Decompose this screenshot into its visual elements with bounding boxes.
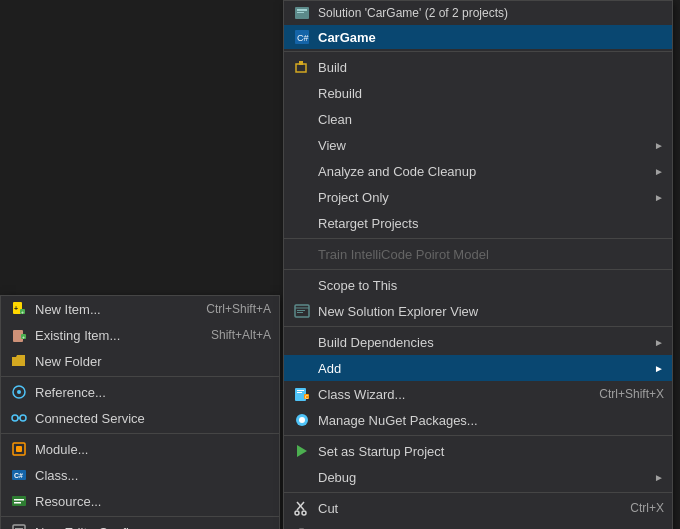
build-dependencies-menu-item[interactable]: Build Dependencies ► — [284, 329, 672, 355]
view-menu-item[interactable]: View ► — [284, 132, 672, 158]
svg-rect-49 — [14, 502, 21, 504]
cargame-label: CarGame — [318, 30, 376, 45]
class-label: Class... — [35, 468, 271, 483]
new-folder-menu-item[interactable]: New Folder — [1, 348, 279, 374]
project-only-menu-item[interactable]: Project Only ► — [284, 184, 672, 210]
add-arrow: ► — [654, 363, 664, 374]
class-menu-item[interactable]: C# Class... — [1, 462, 279, 488]
manage-nuget-label: Manage NuGet Packages... — [318, 413, 664, 428]
view-icon-spacer — [292, 135, 312, 155]
new-item-icon: + + — [9, 299, 29, 319]
svg-rect-9 — [297, 310, 305, 311]
left-separator-1 — [1, 376, 279, 377]
retarget-icon-spacer — [292, 213, 312, 233]
left-separator-2 — [1, 433, 279, 434]
connected-service-icon — [9, 408, 29, 428]
scope-to-this-menu-item[interactable]: Scope to This — [284, 272, 672, 298]
build-label: Build — [318, 60, 664, 75]
resource-menu-item[interactable]: Resource... — [1, 488, 279, 514]
train-icon-spacer — [292, 244, 312, 264]
svg-rect-12 — [297, 390, 304, 391]
module-icon — [9, 439, 29, 459]
build-dependencies-arrow: ► — [654, 337, 664, 348]
project-only-icon-spacer — [292, 187, 312, 207]
new-folder-label: New Folder — [35, 354, 271, 369]
solution-label: Solution 'CarGame' (2 of 2 projects) — [318, 6, 508, 20]
nuget-icon — [292, 410, 312, 430]
build-menu-item[interactable]: Build — [284, 54, 672, 80]
svg-rect-6 — [299, 61, 303, 65]
debug-arrow: ► — [654, 472, 664, 483]
existing-item-icon: + — [9, 325, 29, 345]
rebuild-menu-item[interactable]: Rebuild — [284, 80, 672, 106]
class-icon: C# — [9, 465, 29, 485]
build-dependencies-icon-spacer — [292, 332, 312, 352]
new-item-shortcut: Ctrl+Shift+A — [206, 302, 271, 316]
scope-icon-spacer — [292, 275, 312, 295]
svg-text:+: + — [21, 309, 24, 315]
separator-4 — [284, 435, 672, 436]
resource-label: Resource... — [35, 494, 271, 509]
class-wizard-menu-item[interactable]: C Class Wizard... Ctrl+Shift+X — [284, 381, 672, 407]
solution-icon — [292, 3, 312, 23]
debug-menu-item[interactable]: Debug ► — [284, 464, 672, 490]
right-context-menu: Solution 'CarGame' (2 of 2 projects) C# … — [283, 0, 673, 529]
svg-rect-1 — [297, 9, 307, 11]
svg-text:C#: C# — [297, 33, 309, 43]
add-icon-spacer — [292, 358, 312, 378]
analyze-arrow: ► — [654, 166, 664, 177]
top-separator — [284, 51, 672, 52]
svg-rect-47 — [12, 496, 26, 506]
set-startup-label: Set as Startup Project — [318, 444, 664, 459]
reference-menu-item[interactable]: Reference... — [1, 379, 279, 405]
cut-menu-item[interactable]: Cut Ctrl+X — [284, 495, 672, 521]
new-solution-explorer-label: New Solution Explorer View — [318, 304, 664, 319]
svg-point-21 — [295, 511, 299, 515]
separator-2 — [284, 269, 672, 270]
new-solution-explorer-icon — [292, 301, 312, 321]
add-label: Add — [318, 361, 646, 376]
svg-rect-2 — [297, 12, 304, 13]
add-menu-item[interactable]: Add ► — [284, 355, 672, 381]
startup-icon — [292, 441, 312, 461]
connected-service-menu-item[interactable]: Connected Service — [1, 405, 279, 431]
retarget-projects-menu-item[interactable]: Retarget Projects — [284, 210, 672, 236]
reference-icon — [9, 382, 29, 402]
manage-nuget-menu-item[interactable]: Manage NuGet Packages... — [284, 407, 672, 433]
svg-marker-18 — [297, 445, 307, 457]
cut-icon — [292, 498, 312, 518]
new-item-menu-item[interactable]: + + New Item... Ctrl+Shift+A — [1, 296, 279, 322]
train-intellicode-menu-item[interactable]: Train IntelliCode Poirot Model — [284, 241, 672, 267]
svg-text:C#: C# — [14, 472, 23, 479]
debug-label: Debug — [318, 470, 646, 485]
svg-rect-44 — [16, 446, 22, 452]
analyze-code-cleanup-menu-item[interactable]: Analyze and Code Cleanup ► — [284, 158, 672, 184]
module-menu-item[interactable]: Module... — [1, 436, 279, 462]
paste-menu-item[interactable]: Paste Ctrl+V — [284, 521, 672, 529]
new-editorconfig-menu-item[interactable]: New EditorConfig — [1, 519, 279, 529]
new-solution-explorer-menu-item[interactable]: New Solution Explorer View — [284, 298, 672, 324]
svg-point-41 — [20, 415, 26, 421]
set-startup-menu-item[interactable]: Set as Startup Project — [284, 438, 672, 464]
svg-rect-5 — [296, 64, 306, 72]
cargame-icon: C# — [292, 27, 312, 47]
view-label: View — [318, 138, 646, 153]
svg-text:+: + — [22, 334, 25, 340]
reference-label: Reference... — [35, 385, 271, 400]
clean-label: Clean — [318, 112, 664, 127]
svg-point-40 — [12, 415, 18, 421]
clean-menu-item[interactable]: Clean — [284, 106, 672, 132]
analyze-code-cleanup-label: Analyze and Code Cleanup — [318, 164, 646, 179]
svg-rect-48 — [14, 499, 24, 501]
class-wizard-icon: C — [292, 384, 312, 404]
svg-point-22 — [302, 511, 306, 515]
existing-item-menu-item[interactable]: + Existing Item... Shift+Alt+A — [1, 322, 279, 348]
cut-label: Cut — [318, 501, 610, 516]
debug-icon-spacer — [292, 467, 312, 487]
analyze-icon-spacer — [292, 161, 312, 181]
build-icon — [292, 57, 312, 77]
cut-shortcut: Ctrl+X — [630, 501, 664, 515]
left-context-menu: + + New Item... Ctrl+Shift+A + Existing … — [0, 295, 280, 529]
separator-3 — [284, 326, 672, 327]
svg-text:+: + — [14, 305, 18, 312]
